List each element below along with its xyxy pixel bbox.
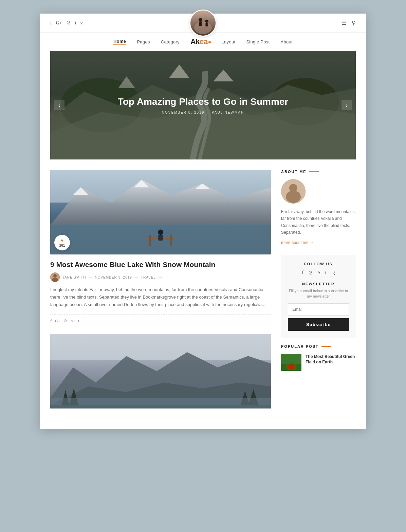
svg-rect-25 xyxy=(170,235,172,246)
popular-post-item: The Most Beautiful Green Field on Earth xyxy=(281,354,356,371)
logo-svg xyxy=(190,10,216,37)
menu-icon[interactable]: ☰ xyxy=(342,20,346,26)
follow-icons: f ℗ S t ig xyxy=(288,270,349,276)
post-card-2 xyxy=(50,334,271,408)
post-image-lake xyxy=(50,170,271,254)
follow-instagram-icon[interactable]: ig xyxy=(331,270,335,276)
follow-title: FOLLOW US xyxy=(288,262,349,266)
post-card-1: ♥ 261 9 Most Awesome Blue Lake With Snow… xyxy=(50,170,271,324)
post-category: TRAVEL xyxy=(141,276,156,279)
main-content: ♥ 261 9 Most Awesome Blue Lake With Snow… xyxy=(40,159,366,429)
svg-point-6 xyxy=(205,19,208,22)
about-text: Far far away, behind the word mountains,… xyxy=(281,208,356,236)
hero-overlay: Top Amazing Places to Go in Summer NOVEM… xyxy=(50,51,356,159)
email-input[interactable] xyxy=(288,303,349,316)
page-wrapper: f G+ ℗ t v xyxy=(40,14,366,429)
more-about-link[interactable]: more about me → xyxy=(281,240,356,245)
logo-bg xyxy=(190,11,216,36)
svg-rect-24 xyxy=(149,235,150,246)
post-title-1[interactable]: 9 Most Awesome Blue Lake With Snow Mount… xyxy=(50,260,271,269)
nav-logo-accent: ea xyxy=(200,37,207,46)
header: f G+ ℗ t v xyxy=(40,14,366,32)
post-author-name: JANE SMITH xyxy=(62,276,86,279)
nav-item-single-post[interactable]: Single Post xyxy=(246,39,270,44)
nav-logo-dot xyxy=(208,41,211,43)
sidebar-about: ABOUT ME Far far away, behind the word m… xyxy=(281,170,356,245)
hero-author: PAUL NEWMAN xyxy=(212,111,244,114)
hero-sep: — xyxy=(206,111,212,114)
share-divider xyxy=(84,321,270,321)
follow-twitter-icon[interactable]: t xyxy=(325,270,327,276)
popular-thumb-img xyxy=(281,354,301,371)
hero-title: Top Amazing Places to Go in Summer xyxy=(118,96,289,107)
nav-item-category[interactable]: Category xyxy=(161,39,180,44)
author-avatar xyxy=(50,272,60,282)
hero-prev-button[interactable]: ‹ xyxy=(54,100,64,110)
svg-rect-27 xyxy=(158,235,163,241)
hero-next-button[interactable]: › xyxy=(342,100,352,110)
nav-logo[interactable]: Akea xyxy=(190,37,211,46)
post-date: NOVEMBER 3, 2019 xyxy=(95,276,132,279)
header-social-icons: f G+ ℗ t v xyxy=(50,20,83,26)
date-sep: — xyxy=(135,276,138,279)
follow-skype-icon[interactable]: S xyxy=(318,270,320,276)
heart-icon: ♥ xyxy=(61,238,63,244)
svg-rect-7 xyxy=(205,23,207,26)
nav-item-home[interactable]: Home xyxy=(113,39,126,45)
author-sep: — xyxy=(89,276,92,279)
newsletter-title: NEWSLETTER xyxy=(288,282,349,286)
svg-point-2 xyxy=(199,18,202,22)
share-pinterest-icon[interactable]: ℗ xyxy=(63,319,68,324)
googleplus-icon[interactable]: G+ xyxy=(56,20,62,26)
svg-rect-32 xyxy=(50,334,271,360)
search-icon[interactable]: ⚲ xyxy=(352,20,356,26)
twitter-icon[interactable]: t xyxy=(75,20,76,26)
sidebar-popular: POPULAR POST The Most Beautifu xyxy=(281,344,356,371)
svg-rect-40 xyxy=(50,398,271,408)
subscribe-button[interactable]: Subscribe xyxy=(288,318,349,331)
about-avatar xyxy=(281,179,306,204)
hero-meta: NOVEMBER 8, 2019 — PAUL NEWMAN xyxy=(162,111,244,114)
content-left: ♥ 261 9 Most Awesome Blue Lake With Snow… xyxy=(50,170,271,419)
follow-facebook-icon[interactable]: f xyxy=(302,270,303,276)
popular-title: POPULAR POST xyxy=(281,344,356,348)
about-avatar-img xyxy=(281,179,306,204)
popular-post-title[interactable]: The Most Beautiful Green Field on Earth xyxy=(306,354,356,365)
newsletter-desc: Fill your email below to subscribe to my… xyxy=(288,288,349,299)
svg-point-1 xyxy=(194,21,212,34)
popular-post-info: The Most Beautiful Green Field on Earth xyxy=(306,354,356,365)
follow-pinterest-icon[interactable]: ℗ xyxy=(308,270,313,276)
post-image-wrapper-2 xyxy=(50,334,271,408)
post-share-icons: f G+ ℗ su t xyxy=(50,314,271,324)
about-title: ABOUT ME xyxy=(281,170,356,174)
logo-image xyxy=(189,10,217,37)
pinterest-icon[interactable]: ℗ xyxy=(66,20,71,26)
follow-section: FOLLOW US f ℗ S t ig NEWSLETTER Fill you… xyxy=(281,255,356,338)
svg-point-29 xyxy=(53,274,57,278)
hero-date: NOVEMBER 8, 2019 xyxy=(162,111,204,114)
svg-point-26 xyxy=(158,230,163,235)
popular-thumb xyxy=(281,354,301,371)
share-googleplus-icon[interactable]: G+ xyxy=(55,319,60,324)
like-count: 261 xyxy=(59,244,65,247)
hero-slider: Top Amazing Places to Go in Summer NOVEM… xyxy=(50,51,356,159)
svg-point-43 xyxy=(286,191,301,203)
sidebar: ABOUT ME Far far away, behind the word m… xyxy=(281,170,356,419)
cat-sep: — xyxy=(159,276,162,279)
avatar-img xyxy=(50,272,60,282)
post-excerpt: I neglect my talents Far far away, behin… xyxy=(50,286,271,308)
share-twitter-icon[interactable]: t xyxy=(78,319,79,324)
site-logo[interactable] xyxy=(189,10,217,37)
header-right: ☰ ⚲ xyxy=(342,20,356,26)
share-facebook-icon[interactable]: f xyxy=(50,319,52,324)
nav-item-pages[interactable]: Pages xyxy=(137,39,150,44)
like-badge[interactable]: ♥ 261 xyxy=(54,235,70,250)
facebook-icon[interactable]: f xyxy=(50,20,52,26)
post-image-mountain2 xyxy=(50,334,271,408)
nav-item-layout[interactable]: Layout xyxy=(222,39,236,44)
vimeo-icon[interactable]: v xyxy=(80,20,83,26)
share-stumbleupon-icon[interactable]: su xyxy=(71,319,75,324)
post-author-line: JANE SMITH — NOVEMBER 3, 2019 — TRAVEL — xyxy=(50,272,271,282)
nav-item-about[interactable]: About xyxy=(280,39,292,44)
post-image-wrapper-1: ♥ 261 xyxy=(50,170,271,254)
